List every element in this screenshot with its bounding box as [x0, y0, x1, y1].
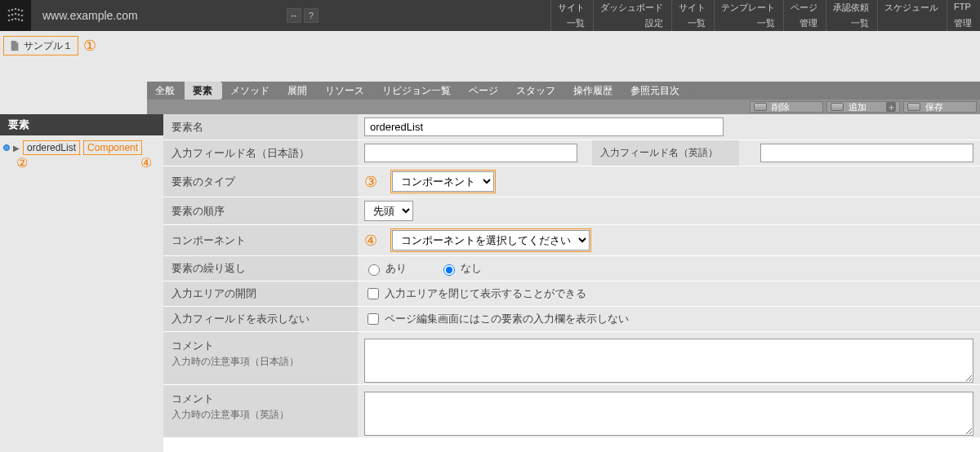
- top-menu-item[interactable]: スケジュール: [877, 0, 947, 31]
- label-field-name-en: 入力フィールド名（英語）: [592, 140, 739, 166]
- element-name-chip: orderedList: [23, 140, 80, 155]
- comment-jp-textarea[interactable]: [364, 339, 973, 383]
- svg-point-14: [21, 20, 24, 22]
- site-chip[interactable]: サンプル１: [3, 36, 78, 55]
- left-panel: 要素 ▶ orderedList Component ② ④: [0, 114, 163, 452]
- annotation-1: ①: [83, 37, 96, 55]
- svg-point-4: [21, 10, 24, 12]
- svg-point-13: [18, 19, 20, 21]
- svg-point-12: [15, 18, 17, 20]
- topbar: www.example.com ↔ ? サイト一覧 ダッシュボード設定 サイト一…: [0, 0, 980, 31]
- label-area-collapse: 入力エリアの開閉: [163, 281, 358, 306]
- comment-en-textarea[interactable]: [364, 392, 973, 436]
- annotation-3: ③: [364, 173, 377, 191]
- label-comment-en: コメント 入力時の注意事項（英語）: [163, 385, 358, 437]
- element-name-input[interactable]: [364, 117, 724, 136]
- tab-deploy[interactable]: 展開: [279, 82, 315, 100]
- svg-point-2: [15, 8, 17, 11]
- label-hide-field: 入力フィールドを表示しない: [163, 307, 358, 331]
- element-order-select[interactable]: 先頭: [364, 201, 413, 221]
- top-menu-item[interactable]: サイト一覧: [550, 0, 593, 31]
- page-icon: [9, 40, 20, 51]
- tab-staff[interactable]: スタッフ: [508, 82, 564, 100]
- label-element-order: 要素の順序: [163, 197, 358, 224]
- element-type-select[interactable]: コンポーネント: [392, 171, 494, 192]
- help-icon[interactable]: ?: [304, 8, 318, 23]
- arrow-icon: ▶: [13, 144, 20, 153]
- breadcrumb-row: サンプル１ ①: [0, 31, 980, 55]
- label-component: コンポーネント: [163, 225, 358, 255]
- label-element-type: 要素のタイプ: [163, 166, 358, 197]
- element-list-item[interactable]: ▶ orderedList Component: [3, 140, 160, 155]
- form-panel: 要素名 入力フィールド名（日本語） 入力フィールド名（英語） 要素のタイプ ③: [163, 114, 980, 452]
- element-type-chip: Component: [83, 140, 142, 155]
- svg-point-0: [8, 10, 11, 12]
- label-comment-jp: コメント 入力時の注意事項（日本語）: [163, 332, 358, 384]
- annotation-4-left: ④: [140, 155, 152, 171]
- component-select[interactable]: コンポーネントを選択してください: [392, 230, 590, 250]
- svg-point-5: [8, 15, 11, 17]
- tab-history[interactable]: 操作履歴: [565, 82, 621, 100]
- app-logo: [0, 0, 31, 31]
- delete-button[interactable]: 削除: [750, 101, 823, 113]
- hide-field-checkbox[interactable]: ページ編集画面にはこの要素の入力欄を表示しない: [364, 311, 629, 327]
- tab-resource[interactable]: リソース: [317, 82, 372, 100]
- back-forward-icon[interactable]: ↔: [287, 8, 301, 23]
- tab-method[interactable]: メソッド: [222, 82, 278, 100]
- top-menu-item[interactable]: FTP管理: [947, 0, 980, 31]
- label-element-name: 要素名: [163, 114, 358, 140]
- top-menu-item[interactable]: 承認依頼一覧: [826, 0, 877, 31]
- site-chip-label: サンプル１: [24, 39, 73, 53]
- svg-point-6: [11, 14, 14, 16]
- svg-point-7: [15, 13, 17, 16]
- action-row: 削除 追加＋ 保存: [147, 100, 980, 114]
- svg-point-3: [18, 9, 20, 11]
- top-menu-item[interactable]: ページ管理: [783, 0, 826, 31]
- field-name-jp-input[interactable]: [364, 144, 577, 162]
- svg-point-9: [21, 15, 24, 17]
- bullet-icon: [3, 144, 10, 151]
- top-menu-item[interactable]: サイト一覧: [671, 0, 714, 31]
- tab-reference[interactable]: 参照元目次: [622, 82, 688, 100]
- svg-point-11: [11, 19, 14, 21]
- annotation-4: ④: [364, 232, 377, 250]
- site-url: www.example.com: [31, 0, 149, 31]
- left-header: 要素: [0, 114, 163, 135]
- svg-point-1: [11, 9, 14, 11]
- label-repeat: 要素の繰り返し: [163, 256, 358, 281]
- repeat-yes[interactable]: あり: [364, 261, 407, 276]
- tab-elements[interactable]: 要素: [185, 82, 220, 100]
- top-menu-item[interactable]: テンプレート一覧: [714, 0, 783, 31]
- tab-strip: 全般 要素 メソッド 展開 リソース リビジョン一覧 ページ スタッフ 操作履歴…: [147, 82, 980, 100]
- area-collapse-checkbox[interactable]: 入力エリアを閉じて表示することができる: [364, 286, 586, 302]
- svg-point-10: [8, 20, 11, 22]
- tab-page[interactable]: ページ: [461, 82, 506, 100]
- field-name-en-input[interactable]: [760, 144, 973, 162]
- annotation-2: ②: [16, 155, 28, 171]
- repeat-no[interactable]: なし: [439, 261, 482, 276]
- top-menu: サイト一覧 ダッシュボード設定 サイト一覧 テンプレート一覧 ページ管理 承認依…: [550, 0, 980, 31]
- top-menu-item[interactable]: ダッシュボード設定: [593, 0, 671, 31]
- tab-general[interactable]: 全般: [147, 82, 183, 100]
- svg-point-8: [18, 14, 20, 16]
- label-field-name-jp: 入力フィールド名（日本語）: [163, 140, 358, 166]
- save-button[interactable]: 保存: [903, 101, 977, 113]
- tab-revision[interactable]: リビジョン一覧: [374, 82, 459, 100]
- add-button[interactable]: 追加＋: [826, 101, 900, 113]
